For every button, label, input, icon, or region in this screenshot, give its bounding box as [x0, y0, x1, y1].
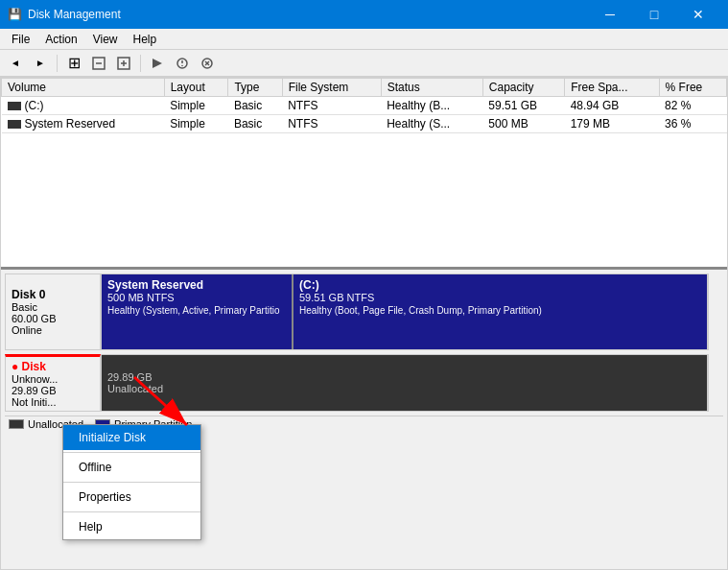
- toolbar-btn-2[interactable]: [87, 53, 110, 74]
- app-title: Disk Management: [28, 8, 121, 21]
- menu-file[interactable]: File: [4, 29, 37, 50]
- svg-point-8: [181, 64, 183, 66]
- disk-0-partitions: System Reserved 500 MB NTFS Healthy (Sys…: [101, 273, 708, 350]
- col-header-freespace: Free Spa...: [565, 79, 659, 97]
- cell-capacity: 59.51 GB: [482, 97, 564, 115]
- unalloc-label: 29.89 GB: [107, 371, 701, 383]
- cell-volume: (C:): [2, 97, 165, 115]
- toolbar-btn-4[interactable]: [146, 53, 169, 74]
- context-menu-sep-3: [63, 511, 200, 512]
- volume-table: Volume Layout Type File System Status Ca…: [1, 78, 727, 133]
- menu-action[interactable]: Action: [37, 29, 84, 50]
- cell-layout: Simple: [164, 97, 228, 115]
- context-menu-initialize-disk[interactable]: Initialize Disk: [63, 425, 200, 450]
- context-menu-sep-2: [63, 482, 200, 483]
- toolbar-forward[interactable]: ►: [29, 53, 52, 74]
- table-header-row: Volume Layout Type File System Status Ca…: [2, 79, 727, 97]
- col-header-percentfree: % Free: [659, 79, 726, 97]
- table-row[interactable]: System Reserved Simple Basic NTFS Health…: [2, 115, 727, 133]
- sys-reserved-size: 500 MB NTFS: [107, 292, 286, 303]
- cell-capacity: 500 MB: [482, 115, 564, 133]
- close-button[interactable]: ✕: [676, 0, 720, 29]
- cell-type: Basic: [228, 97, 282, 115]
- cell-percentfree: 82 %: [659, 97, 726, 115]
- context-menu-help[interactable]: Help: [63, 514, 200, 539]
- context-menu: Initialize Disk Offline Properties Help: [62, 424, 201, 540]
- cell-freespace: 48.94 GB: [565, 97, 659, 115]
- toolbar-sep-1: [57, 55, 58, 72]
- cell-volume: System Reserved: [2, 115, 165, 133]
- sys-reserved-name: System Reserved: [107, 278, 286, 292]
- toolbar-btn-6[interactable]: [196, 53, 219, 74]
- col-header-status: Status: [381, 79, 482, 97]
- toolbar-back[interactable]: ◄: [4, 53, 27, 74]
- menu-bar: File Action View Help: [0, 29, 728, 50]
- cell-filesystem: NTFS: [282, 115, 381, 133]
- maximize-button[interactable]: □: [632, 0, 676, 29]
- sys-reserved-status: Healthy (System, Active, Primary Partiti…: [107, 305, 286, 316]
- cell-filesystem: NTFS: [282, 97, 381, 115]
- toolbar-btn-3[interactable]: [112, 53, 135, 74]
- context-menu-offline[interactable]: Offline: [63, 455, 200, 480]
- cell-type: Basic: [228, 115, 282, 133]
- c-drive-status: Healthy (Boot, Page File, Crash Dump, Pr…: [299, 305, 701, 316]
- disk-1-row: ● Disk Unknow... 29.89 GB Not Initi... 2…: [5, 354, 723, 412]
- disk-0-size: 60.00 GB: [12, 313, 94, 324]
- disk-1-name: ● Disk: [12, 360, 94, 373]
- cell-status: Healthy (S...: [381, 115, 482, 133]
- title-bar-left: 💾 Disk Management: [8, 8, 121, 21]
- disk-0-status: Online: [12, 324, 94, 336]
- table-row[interactable]: (C:) Simple Basic NTFS Healthy (B... 59.…: [2, 97, 727, 115]
- scrollbar-area-2: [708, 354, 723, 412]
- unalloc-sublabel: Unallocated: [107, 383, 701, 394]
- context-menu-properties[interactable]: Properties: [63, 485, 200, 510]
- cell-freespace: 179 MB: [565, 115, 659, 133]
- app-icon: 💾: [8, 8, 22, 21]
- legend-unalloc-box: [9, 419, 24, 429]
- disk-1-status: Not Initi...: [12, 396, 94, 408]
- disk-1-label: ● Disk Unknow... 29.89 GB Not Initi...: [5, 354, 101, 412]
- system-reserved-partition[interactable]: System Reserved 500 MB NTFS Healthy (Sys…: [102, 274, 294, 349]
- scrollbar-area: [708, 273, 723, 350]
- disk-0-type: Basic: [12, 301, 94, 313]
- col-header-capacity: Capacity: [482, 79, 564, 97]
- col-header-filesystem: File System: [282, 79, 381, 97]
- menu-view[interactable]: View: [85, 29, 126, 50]
- menu-help[interactable]: Help: [126, 29, 165, 50]
- col-header-volume: Volume: [2, 79, 165, 97]
- c-drive-partition[interactable]: (C:) 59.51 GB NTFS Healthy (Boot, Page F…: [294, 274, 707, 349]
- toolbar-btn-5[interactable]: [171, 53, 194, 74]
- toolbar: ◄ ► ⊞: [0, 50, 728, 77]
- disk-1-size: 29.89 GB: [12, 385, 94, 396]
- disk-1-unallocated[interactable]: 29.89 GB Unallocated: [101, 354, 708, 412]
- toolbar-btn-1[interactable]: ⊞: [62, 53, 85, 74]
- disk-0-label: Disk 0 Basic 60.00 GB Online: [5, 273, 101, 350]
- title-bar: 💾 Disk Management ─ □ ✕: [0, 0, 728, 29]
- c-drive-size: 59.51 GB NTFS: [299, 292, 701, 303]
- c-drive-name: (C:): [299, 278, 701, 292]
- cell-status: Healthy (B...: [381, 97, 482, 115]
- col-header-layout: Layout: [164, 79, 228, 97]
- title-bar-controls: ─ □ ✕: [588, 0, 720, 29]
- col-header-type: Type: [228, 79, 282, 97]
- disk-0-row: Disk 0 Basic 60.00 GB Online System Rese…: [5, 273, 723, 350]
- cell-percentfree: 36 %: [659, 115, 726, 133]
- disk-0-name: Disk 0: [12, 288, 94, 301]
- context-menu-sep: [63, 452, 200, 453]
- volume-list: Volume Layout Type File System Status Ca…: [1, 78, 727, 270]
- minimize-button[interactable]: ─: [588, 0, 632, 29]
- toolbar-sep-2: [140, 55, 141, 72]
- svg-marker-5: [153, 59, 162, 68]
- cell-layout: Simple: [164, 115, 228, 133]
- disk-1-type: Unknow...: [12, 373, 94, 385]
